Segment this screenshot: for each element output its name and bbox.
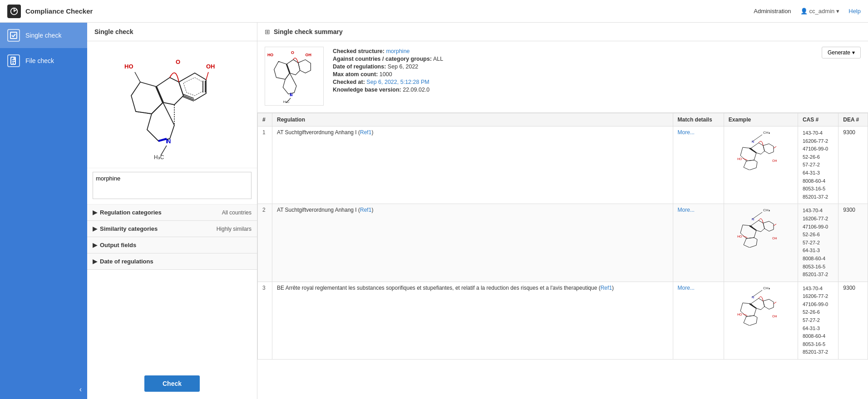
cell-example: CH₃ HO OH N [724, 204, 798, 282]
svg-marker-65 [740, 303, 756, 316]
cell-num: 2 [258, 204, 272, 282]
cell-dea: 9300 [838, 204, 868, 282]
svg-marker-53 [740, 225, 756, 238]
svg-marker-54 [751, 220, 764, 232]
svg-marker-33 [283, 73, 296, 94]
top-nav: Compliance Checker Administration 👤 cc_a… [0, 0, 868, 23]
svg-text:OH: OH [772, 315, 777, 318]
user-icon: 👤 [800, 8, 808, 15]
cell-cas: 143-70-416206-77-247106-99-052-26-657-27… [798, 204, 838, 282]
svg-line-17 [156, 87, 163, 102]
table-row: 2 AT Suchtgiftverordnung Anhang I (Ref1)… [258, 204, 868, 282]
against-line: Against countries / category groups: ALL [333, 56, 861, 62]
svg-line-13 [206, 72, 208, 80]
svg-text:HO: HO [737, 235, 742, 238]
svg-marker-66 [751, 298, 764, 310]
svg-marker-56 [744, 238, 757, 248]
cell-num: 3 [258, 282, 272, 359]
svg-marker-32 [298, 60, 311, 73]
nav-user[interactable]: 👤 cc_admin ▾ [800, 8, 840, 15]
svg-marker-42 [751, 143, 764, 154]
summary-title: Single check summary [274, 28, 343, 35]
single-check-icon [7, 29, 20, 42]
generate-dropdown-icon: ▾ [852, 49, 855, 56]
more-link[interactable]: More... [678, 129, 695, 136]
cell-match-details: More... [673, 282, 724, 359]
cell-example: CH₃ HO OH N [724, 282, 798, 359]
cell-cas: 143-70-416206-77-247106-99-052-26-657-27… [798, 127, 838, 204]
regulation-categories-value: All countries [222, 209, 252, 216]
svg-marker-8 [131, 82, 163, 114]
checked-at-line: Checked at: Sep 6, 2022, 5:12:28 PM [333, 79, 861, 85]
ref-link[interactable]: Ref1 [360, 129, 371, 136]
right-panel: ⊞ Single check summary HO O OH N H₃C [257, 23, 868, 399]
summary-molecule-image: HO O OH N H₃C [265, 47, 324, 106]
svg-line-18 [158, 139, 167, 141]
results-table-wrap[interactable]: # Regulation Match details Example CAS #… [257, 113, 868, 399]
sidebar-item-file-check[interactable]: File check [0, 48, 87, 73]
svg-text:CH₃: CH₃ [763, 286, 770, 290]
svg-line-9 [135, 72, 140, 82]
more-link[interactable]: More... [678, 285, 695, 291]
svg-text:OH: OH [306, 53, 311, 57]
svg-marker-12 [183, 78, 203, 96]
svg-marker-43 [763, 144, 774, 154]
regulation-categories-label: ▶ Regulation categories [93, 209, 162, 216]
svg-line-48 [774, 146, 776, 148]
date-line: Date of regulations: Sep 6, 2022 [333, 63, 861, 70]
svg-marker-14 [147, 102, 174, 141]
cell-match-details: More... [673, 204, 724, 282]
nav-user-label: cc_admin [809, 8, 835, 15]
regulation-categories-section[interactable]: ▶ Regulation categories All countries [87, 204, 257, 221]
col-example: Example [724, 113, 798, 127]
sidebar-item-single-check[interactable]: Single check [0, 23, 87, 48]
ref-link[interactable]: Ref1 [601, 285, 612, 291]
similarity-chevron-icon: ▶ [93, 225, 97, 232]
svg-text:O: O [176, 58, 180, 65]
svg-text:HO: HO [737, 313, 742, 316]
check-button[interactable]: Check [144, 375, 200, 392]
table-row: 1 AT Suchtgiftverordnung Anhang I (Ref1)… [258, 127, 868, 204]
more-link[interactable]: More... [678, 207, 695, 213]
date-of-regulations-section[interactable]: ▶ Date of regulations [87, 253, 257, 270]
svg-text:HO: HO [737, 157, 742, 161]
col-cas: CAS # [798, 113, 838, 127]
svg-text:OH: OH [206, 63, 215, 70]
svg-text:CH₃: CH₃ [763, 208, 770, 212]
svg-text:CH₃: CH₃ [763, 131, 770, 135]
cell-regulation: AT Suchtgiftverordnung Anhang I (Ref1) [272, 204, 673, 282]
cell-regulation: BE Arrête royal reglementant les substan… [272, 282, 673, 359]
similarity-categories-label: ▶ Similarity categories [93, 225, 158, 232]
svg-marker-68 [744, 316, 757, 326]
svg-text:OH: OH [772, 159, 777, 162]
cell-num: 1 [258, 127, 272, 204]
svg-marker-44 [744, 160, 757, 170]
app-title: Compliance Checker [25, 7, 93, 15]
nav-right: Administration 👤 cc_admin ▾ Help [754, 8, 861, 15]
svg-text:OH: OH [772, 237, 777, 240]
nav-help[interactable]: Help [848, 8, 861, 15]
generate-button[interactable]: Generate ▾ [822, 47, 861, 58]
cell-dea: 9300 [838, 282, 868, 359]
output-fields-section[interactable]: ▶ Output fields [87, 237, 257, 253]
max-atom-line: Max atom count: 1000 [333, 71, 861, 78]
col-num: # [258, 113, 272, 127]
molecule-input[interactable]: morphine [93, 172, 252, 199]
output-chevron-icon: ▶ [93, 242, 97, 248]
ref-link[interactable]: Ref1 [360, 207, 371, 213]
kb-version-line: Knowledge base version: 22.09.02.0 [333, 87, 861, 93]
summary-content: HO O OH N H₃C Checked [257, 41, 868, 113]
cell-match-details: More... [673, 127, 724, 204]
collapse-button[interactable]: ‹ [79, 385, 82, 394]
main-layout: Single check File check ‹ Single check H… [0, 23, 868, 399]
similarity-categories-value: Highly similars [217, 226, 252, 232]
input-area: morphine [87, 168, 257, 204]
svg-line-70 [750, 304, 756, 308]
summary-molecule-container: HO O OH N H₃C [265, 47, 324, 107]
nav-administration[interactable]: Administration [754, 8, 791, 15]
sidebar-item-file-check-label: File check [25, 57, 54, 64]
svg-text:HO: HO [124, 63, 133, 70]
logo-icon [7, 5, 21, 18]
sidebar-bottom: ‹ [0, 380, 87, 399]
similarity-categories-section[interactable]: ▶ Similarity categories Highly similars [87, 221, 257, 237]
